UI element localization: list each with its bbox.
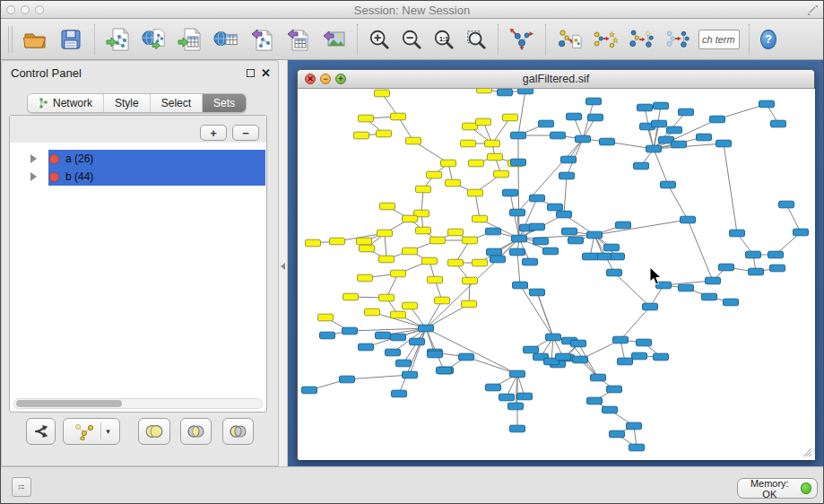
network-node-yellow[interactable] bbox=[391, 270, 406, 277]
network-node-yellow[interactable] bbox=[416, 186, 431, 193]
network-node-blue[interactable] bbox=[634, 162, 649, 169]
network-node-blue[interactable] bbox=[618, 358, 633, 365]
network-node-blue[interactable] bbox=[533, 238, 549, 245]
network-node-yellow[interactable] bbox=[375, 90, 390, 97]
zoom-in-button[interactable] bbox=[363, 22, 395, 56]
network-node-yellow[interactable] bbox=[446, 179, 461, 187]
help-button[interactable]: ? bbox=[755, 22, 782, 56]
network-node-blue[interactable] bbox=[576, 135, 591, 143]
network-node-blue[interactable] bbox=[667, 126, 682, 134]
network-node-blue[interactable] bbox=[610, 430, 625, 438]
import-table-file-button[interactable] bbox=[172, 22, 208, 56]
network-node-blue[interactable] bbox=[386, 349, 401, 356]
network-node-blue[interactable] bbox=[779, 201, 794, 208]
network-node-blue[interactable] bbox=[652, 120, 667, 127]
network-node-blue[interactable] bbox=[543, 248, 559, 255]
tab-network[interactable]: Network bbox=[28, 94, 104, 112]
network-node-yellow[interactable] bbox=[377, 230, 393, 237]
export-network-button[interactable] bbox=[244, 22, 280, 56]
network-edge[interactable] bbox=[614, 273, 650, 307]
expand-arrow-icon[interactable] bbox=[30, 154, 37, 163]
network-node-yellow[interactable] bbox=[461, 140, 476, 147]
network-node-yellow[interactable] bbox=[377, 130, 392, 137]
network-node-blue[interactable] bbox=[702, 293, 717, 300]
network-node-yellow[interactable] bbox=[463, 237, 478, 244]
network-node-blue[interactable] bbox=[437, 367, 452, 374]
network-node-blue[interactable] bbox=[706, 277, 721, 284]
network-node-blue[interactable] bbox=[513, 282, 528, 289]
float-panel-button[interactable] bbox=[247, 69, 255, 77]
network-edge[interactable] bbox=[517, 252, 520, 285]
add-set-button[interactable]: + bbox=[200, 125, 227, 141]
network-node-blue[interactable] bbox=[499, 394, 515, 401]
network-node-blue[interactable] bbox=[616, 222, 631, 229]
network-node-blue[interactable] bbox=[559, 172, 575, 179]
network-node-blue[interactable] bbox=[512, 235, 527, 242]
network-node-blue[interactable] bbox=[710, 116, 725, 123]
network-node-yellow[interactable] bbox=[473, 259, 488, 266]
network-node-blue[interactable] bbox=[510, 425, 525, 432]
network-node-blue[interactable] bbox=[600, 138, 615, 145]
network-node-yellow[interactable] bbox=[430, 237, 446, 244]
network-node-blue[interactable] bbox=[557, 211, 572, 218]
network-edge[interactable] bbox=[688, 220, 713, 281]
network-node-blue[interactable] bbox=[551, 132, 566, 139]
network-node-blue[interactable] bbox=[730, 230, 745, 237]
export-image-button[interactable] bbox=[316, 22, 351, 56]
network-node-yellow[interactable] bbox=[416, 227, 431, 234]
network-node-yellow[interactable] bbox=[422, 257, 438, 265]
network-canvas[interactable] bbox=[299, 89, 815, 460]
import-table-web-button[interactable] bbox=[208, 22, 244, 56]
network-node-blue[interactable] bbox=[638, 104, 653, 111]
network-node-blue[interactable] bbox=[604, 244, 620, 251]
network-node-blue[interactable] bbox=[530, 195, 545, 202]
network-edge[interactable] bbox=[594, 220, 688, 235]
network-node-blue[interactable] bbox=[524, 346, 539, 353]
network-node-blue[interactable] bbox=[518, 89, 533, 94]
network-node-blue[interactable] bbox=[562, 228, 577, 235]
network-node-blue[interactable] bbox=[672, 141, 687, 148]
set-row-b[interactable]: b (44) bbox=[11, 168, 265, 186]
network-node-blue[interactable] bbox=[486, 228, 501, 235]
network-node-yellow[interactable] bbox=[494, 170, 509, 178]
network-node-blue[interactable] bbox=[486, 384, 501, 391]
network-node-yellow[interactable] bbox=[379, 294, 395, 301]
network-node-blue[interactable] bbox=[643, 303, 658, 310]
network-node-blue[interactable] bbox=[530, 289, 545, 296]
network-node-blue[interactable] bbox=[340, 376, 355, 383]
network-edge[interactable] bbox=[564, 176, 567, 214]
set-union-button[interactable] bbox=[138, 418, 170, 445]
network-node-blue[interactable] bbox=[403, 371, 418, 378]
network-node-yellow[interactable] bbox=[306, 239, 321, 247]
open-file-button[interactable] bbox=[17, 22, 53, 56]
network-node-yellow[interactable] bbox=[441, 160, 456, 167]
network-node-blue[interactable] bbox=[459, 353, 474, 361]
network-node-yellow[interactable] bbox=[476, 118, 491, 126]
network-node-blue[interactable] bbox=[607, 269, 622, 276]
network-node-blue[interactable] bbox=[771, 120, 786, 127]
network-node-blue[interactable] bbox=[359, 343, 374, 351]
network-node-blue[interactable] bbox=[503, 189, 518, 196]
window-resize-grip[interactable] bbox=[802, 447, 812, 457]
tab-select[interactable]: Select bbox=[151, 94, 203, 112]
network-node-blue[interactable] bbox=[719, 264, 734, 271]
network-edge[interactable] bbox=[492, 117, 510, 143]
panel-splitter[interactable] bbox=[279, 60, 288, 466]
network-node-yellow[interactable] bbox=[427, 171, 442, 178]
save-session-button[interactable] bbox=[53, 22, 89, 56]
search-input[interactable] bbox=[698, 30, 740, 49]
network-node-blue[interactable] bbox=[530, 223, 545, 230]
network-node-yellow[interactable] bbox=[462, 300, 477, 308]
network-node-yellow[interactable] bbox=[354, 132, 369, 139]
tab-sets[interactable]: Sets bbox=[203, 94, 246, 112]
network-node-blue[interactable] bbox=[490, 256, 506, 263]
network-window-titlebar[interactable]: ✕ − + galFiltered.sif bbox=[298, 70, 814, 89]
network-node-yellow[interactable] bbox=[469, 160, 484, 167]
network-node-blue[interactable] bbox=[586, 98, 602, 105]
network-edge[interactable] bbox=[724, 143, 737, 233]
network-node-blue[interactable] bbox=[511, 132, 526, 139]
network-edge[interactable] bbox=[475, 193, 480, 219]
fullscreen-icon[interactable] bbox=[807, 4, 818, 15]
network-node-blue[interactable] bbox=[573, 356, 588, 363]
network-node-blue[interactable] bbox=[770, 265, 785, 272]
